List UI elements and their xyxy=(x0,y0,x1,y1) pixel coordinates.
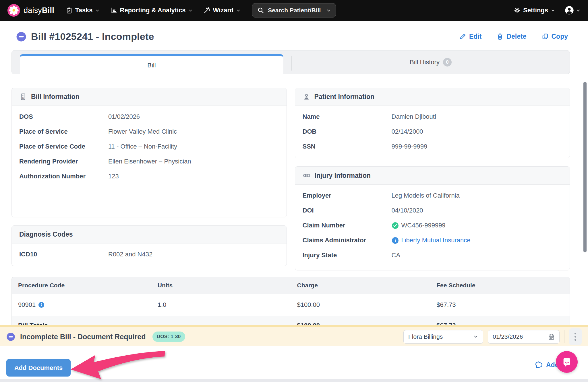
search-placeholder: Search Patient/Bill xyxy=(268,7,323,14)
page-bottom-edge xyxy=(0,379,588,382)
tab-bill[interactable]: Bill xyxy=(20,54,283,75)
bill-tabbar: Bill Bill History 0 xyxy=(11,50,570,74)
injury-row-injury-state: Injury State CA xyxy=(295,248,570,263)
add-documents-button[interactable]: Add Documents xyxy=(6,359,71,377)
injury-row-claims-administrator: Claims Administrator Liberty Mutual Insu… xyxy=(295,233,570,248)
daisybill-logo[interactable]: daisyBill xyxy=(7,4,54,17)
diagnosis-row-icd10: ICD10 R002 and N432 xyxy=(12,247,287,262)
copy-icon xyxy=(541,33,549,40)
bill-information-panel: $ Bill Information DOS 01/02/2026 Place … xyxy=(11,88,287,217)
dos-badge: DOS: 1-30 xyxy=(152,332,185,342)
calendar-icon xyxy=(548,334,555,340)
chevron-down-icon[interactable] xyxy=(326,8,331,13)
bill-info-row-pos-code: Place of Service Code 11 - Office – Non-… xyxy=(12,139,287,154)
chevron-down-icon xyxy=(551,8,555,13)
nav-reporting-analytics[interactable]: Reporting & Analytics xyxy=(111,7,193,14)
trash-icon xyxy=(496,33,504,40)
incomplete-status-icon xyxy=(16,32,26,42)
check-circle-icon xyxy=(392,222,399,229)
panel-title: Diagnosis Codes xyxy=(19,231,73,238)
bill-info-row-place-of-service: Place of Service Flower Valley Med Clini… xyxy=(12,124,287,139)
tab-bill-history[interactable]: Bill History 0 xyxy=(292,50,570,74)
kebab-icon xyxy=(574,332,577,341)
top-navbar: daisyBill Tasks Re xyxy=(0,0,588,21)
chevron-down-icon xyxy=(576,8,581,13)
chat-bubble-icon xyxy=(535,360,543,369)
incomplete-status-icon xyxy=(6,332,15,341)
clipboard-icon xyxy=(66,7,73,14)
chevron-down-icon xyxy=(236,8,241,13)
page-title: Bill #1025241 - Incomplete xyxy=(31,31,154,42)
incomplete-bill-status-bar: Incomplete Bill - Document Required DOS:… xyxy=(0,325,588,346)
status-text: Incomplete Bill - Document Required xyxy=(20,333,146,341)
app-window: daisyBill Tasks Re xyxy=(0,0,588,382)
info-circle-icon xyxy=(392,237,399,244)
delete-button[interactable]: Delete xyxy=(496,33,526,40)
chat-launcher-button[interactable] xyxy=(556,351,578,373)
panel-title: Injury Information xyxy=(315,172,371,180)
nav-tasks[interactable]: Tasks xyxy=(66,7,100,14)
bar-chart-icon xyxy=(111,7,117,14)
injury-row-claim-number: Claim Number WC456-999999 xyxy=(295,218,570,233)
panel-title: Patient Information xyxy=(314,93,375,101)
bill-info-row-rendering-provider: Rendering Provider Ellen Eisenhower – Ph… xyxy=(12,154,287,169)
patient-row-dob: DOB 02/14/2000 xyxy=(295,124,570,139)
search-icon xyxy=(257,7,264,14)
messenger-icon xyxy=(561,356,572,368)
patient-information-panel: Patient Information Name Damien Djibouti… xyxy=(295,88,570,158)
search-patient-bill[interactable]: Search Patient/Bill xyxy=(252,3,336,17)
more-actions-button[interactable] xyxy=(569,328,582,345)
brand-name: daisyBill xyxy=(24,6,54,15)
daisy-flower-icon xyxy=(7,4,20,17)
patient-row-ssn: SSN 999-99-9999 xyxy=(295,139,570,154)
chevron-down-icon xyxy=(188,8,193,13)
footer-action-bar: Add Documents Add Note xyxy=(0,346,588,379)
due-date-input[interactable]: 01/23/2026 xyxy=(488,330,560,344)
bill-content: $ Bill Information DOS 01/02/2026 Place … xyxy=(0,74,570,335)
procedure-row: 90901 1.0 $100.00 $67.73 xyxy=(12,294,570,316)
claims-administrator-link[interactable]: Liberty Mutual Insurance xyxy=(392,236,471,245)
bill-info-row-authorization: Authorization Number 123 xyxy=(12,169,287,184)
procedures-header-row: Procedure Code Units Charge Fee Schedule xyxy=(12,277,570,294)
page-header: Bill #1025241 - Incomplete Edit Delete xyxy=(0,21,588,42)
pencil-icon xyxy=(459,33,466,40)
magic-wand-icon xyxy=(204,7,210,14)
history-count-badge: 0 xyxy=(443,58,452,67)
nav-wizard[interactable]: Wizard xyxy=(204,7,241,14)
info-circle-icon[interactable] xyxy=(38,302,45,308)
account-menu[interactable] xyxy=(565,6,581,15)
injury-information-panel: Injury Information Employer Leg Models o… xyxy=(295,166,570,270)
patient-icon xyxy=(303,93,310,101)
injury-row-employer: Employer Leg Models of California xyxy=(295,188,570,203)
bill-document-icon: $ xyxy=(19,93,27,101)
gear-icon xyxy=(514,7,521,14)
vertical-scrollbar[interactable] xyxy=(583,82,587,252)
patient-row-name: Name Damien Djibouti xyxy=(295,109,570,124)
user-avatar-icon xyxy=(565,6,574,15)
svg-text:$: $ xyxy=(22,96,24,100)
assignee-select[interactable]: Flora Billings xyxy=(403,330,483,344)
bandage-icon xyxy=(303,171,311,180)
injury-row-doi: DOI 04/10/2020 xyxy=(295,203,570,218)
diagnosis-codes-panel: Diagnosis Codes ICD10 R002 and N432 xyxy=(11,225,287,266)
chevron-down-icon xyxy=(473,334,478,339)
edit-button[interactable]: Edit xyxy=(459,33,481,40)
nav-settings[interactable]: Settings xyxy=(514,7,555,14)
bill-info-row-dos: DOS 01/02/2026 xyxy=(12,109,287,124)
panel-title: Bill Information xyxy=(31,93,80,101)
status-bar-divider xyxy=(564,330,564,343)
chevron-down-icon xyxy=(95,8,100,13)
copy-button[interactable]: Copy xyxy=(541,33,568,40)
